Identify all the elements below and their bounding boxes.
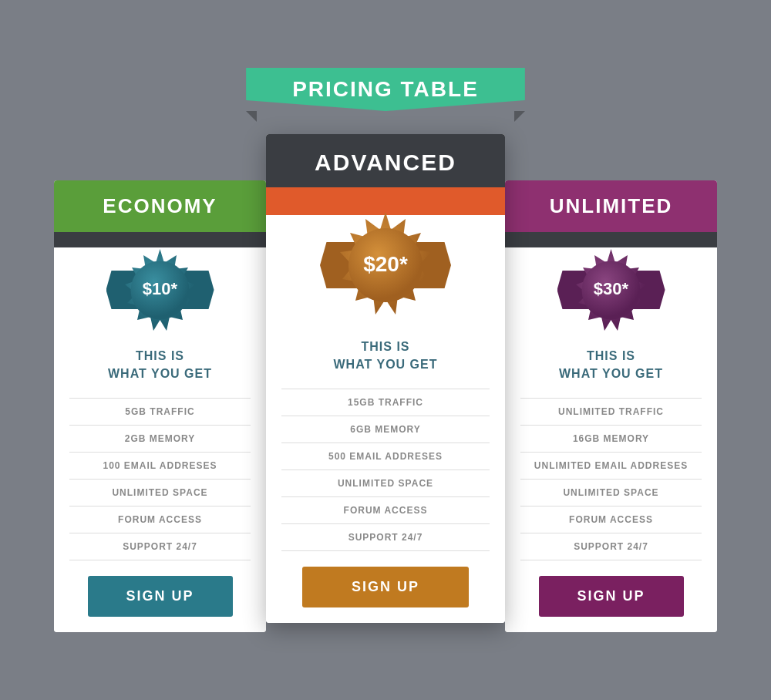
list-item: UNLIMITED SPACE	[281, 470, 490, 497]
list-item: SUPPORT 24/7	[520, 533, 702, 560]
unlimited-header: UNLIMITED	[505, 180, 717, 232]
unlimited-tagline: THIS IS WHAT YOU GET	[559, 348, 663, 382]
unlimited-signup-button[interactable]: SIGN UP	[539, 576, 684, 617]
advanced-tagline-line2: WHAT YOU GET	[334, 356, 438, 373]
economy-badge-wrap: $10*	[110, 240, 210, 340]
list-item: FORUM ACCESS	[69, 506, 251, 533]
economy-tagline-line1: THIS IS	[108, 348, 212, 365]
list-item: SUPPORT 24/7	[281, 524, 490, 551]
list-item: 16GB MEMORY	[520, 426, 702, 453]
economy-signup-button[interactable]: SIGN UP	[88, 576, 233, 617]
list-item: 2GB MEMORY	[69, 426, 251, 453]
advanced-tagline: THIS IS WHAT YOU GET	[334, 338, 438, 373]
advanced-price-text: $20*	[363, 252, 408, 276]
list-item: UNLIMITED EMAIL ADDRESES	[520, 453, 702, 480]
list-item: UNLIMITED SPACE	[520, 480, 702, 506]
list-item: 500 EMAIL ADDRESES	[281, 443, 490, 470]
unlimited-tagline-line2: WHAT YOU GET	[559, 365, 663, 382]
economy-tagline-line2: WHAT YOU GET	[108, 365, 212, 382]
ribbon-ear-right	[514, 111, 525, 122]
card-economy: ECONOMY $10*	[54, 180, 266, 632]
unlimited-body: $30* THIS IS WHAT YOU GET UNLIMITED TRAF…	[505, 247, 717, 632]
economy-tagline: THIS IS WHAT YOU GET	[108, 348, 212, 382]
list-item: 15GB TRAFFIC	[281, 389, 490, 416]
card-unlimited: UNLIMITED $30*	[505, 180, 717, 632]
unlimited-name: UNLIMITED	[513, 194, 709, 218]
banner-bg: PRICING TABLE	[246, 68, 525, 111]
list-item: 6GB MEMORY	[281, 416, 490, 443]
economy-features: 5GB TRAFFIC 2GB MEMORY 100 EMAIL ADDRESE…	[69, 398, 251, 560]
page-banner: PRICING TABLE	[246, 68, 525, 111]
economy-seal-svg: $10*	[116, 246, 204, 335]
cards-container: ECONOMY $10*	[23, 134, 748, 632]
advanced-signup-button[interactable]: SIGN UP	[302, 567, 469, 607]
unlimited-seal-svg: $30*	[567, 246, 655, 335]
list-item: UNLIMITED SPACE	[69, 480, 251, 506]
economy-body: $10* THIS IS WHAT YOU GET 5GB TRAFFIC 2G…	[54, 247, 266, 632]
economy-price-text: $10*	[143, 279, 178, 298]
unlimited-features: UNLIMITED TRAFFIC 16GB MEMORY UNLIMITED …	[520, 398, 702, 560]
list-item: 5GB TRAFFIC	[69, 399, 251, 426]
page-title: PRICING TABLE	[292, 77, 479, 102]
list-item: FORUM ACCESS	[281, 497, 490, 524]
list-item: 100 EMAIL ADDRESES	[69, 453, 251, 480]
advanced-badge-wrap: $20*	[324, 204, 447, 327]
advanced-seal-svg: $20*	[328, 208, 443, 322]
advanced-dark-header: ADVANCED	[266, 134, 505, 187]
advanced-body: $20* THIS IS WHAT YOU GET 15GB TRAFFIC 6…	[266, 215, 505, 623]
advanced-tagline-line1: THIS IS	[334, 338, 438, 355]
advanced-features: 15GB TRAFFIC 6GB MEMORY 500 EMAIL ADDRES…	[281, 389, 490, 551]
economy-header: ECONOMY	[54, 180, 266, 232]
list-item: FORUM ACCESS	[520, 506, 702, 533]
list-item: SUPPORT 24/7	[69, 533, 251, 560]
advanced-name: ADVANCED	[274, 150, 497, 176]
unlimited-price-text: $30*	[594, 279, 629, 298]
unlimited-badge-wrap: $30*	[561, 240, 662, 340]
card-advanced: ADVANCED $20*	[266, 134, 505, 623]
list-item: UNLIMITED TRAFFIC	[520, 399, 702, 426]
ribbon-ear-left	[246, 111, 257, 122]
unlimited-tagline-line1: THIS IS	[559, 348, 663, 365]
economy-name: ECONOMY	[62, 194, 258, 218]
